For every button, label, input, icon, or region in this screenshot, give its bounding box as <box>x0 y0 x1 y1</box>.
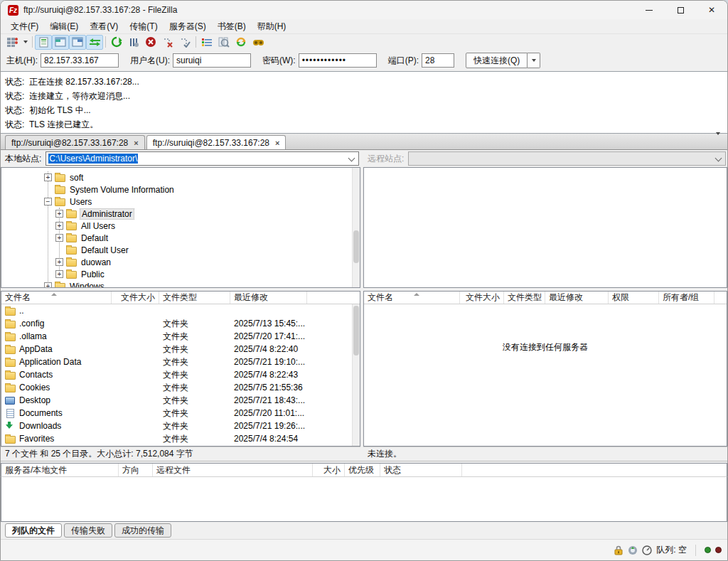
column-header-priority[interactable]: 优先级 <box>345 464 380 476</box>
column-header-status[interactable]: 状态 <box>380 464 462 476</box>
local-tree-scrollbar[interactable] <box>352 168 360 287</box>
file-row[interactable]: .config文件夹2025/7/13 15:45:... <box>1 317 360 330</box>
column-header-filesize[interactable]: 文件大小 <box>112 292 159 304</box>
column-header-server-local-file[interactable]: 服务器/本地文件 <box>1 464 119 476</box>
directory-filter-icon <box>201 37 213 47</box>
expander-plus-icon[interactable]: + <box>55 270 63 278</box>
expander-plus-icon[interactable]: + <box>55 258 63 266</box>
menu-transfer[interactable]: 传输(T) <box>124 19 163 34</box>
local-site-combo[interactable]: C:\Users\Administrator\ <box>46 151 359 166</box>
folder-icon <box>66 210 77 218</box>
toolbar-separator <box>105 36 106 48</box>
sort-ascending-icon <box>51 293 57 296</box>
file-row[interactable]: Application Data文件夹2025/7/21 19:10:... <box>1 356 360 368</box>
expander-minus-icon[interactable]: − <box>44 198 52 205</box>
tab-successful-transfers[interactable]: 成功的传输 <box>114 523 171 538</box>
column-header-owner-group[interactable]: 所有者/组 <box>659 292 714 304</box>
file-row-parent[interactable]: .. <box>1 304 360 317</box>
toggle-local-tree-button[interactable] <box>52 35 69 50</box>
scrollbar-thumb[interactable] <box>353 230 359 263</box>
tree-item-default[interactable]: +Default <box>1 232 360 244</box>
activity-gauge-icon[interactable] <box>642 545 652 555</box>
toolbar-separator <box>32 36 33 48</box>
column-header-filename[interactable]: 文件名 <box>1 292 112 304</box>
column-header-permissions[interactable]: 权限 <box>609 292 659 304</box>
tab-close-icon[interactable]: × <box>275 139 279 147</box>
tree-item-duowan[interactable]: +duowan <box>1 256 360 268</box>
file-type: 文件夹 <box>159 369 230 381</box>
toggle-message-log-button[interactable] <box>35 35 52 50</box>
remote-site-combo[interactable] <box>408 151 726 166</box>
refresh-button[interactable] <box>108 35 125 50</box>
username-input[interactable] <box>173 53 251 68</box>
tree-item-soft[interactable]: +soft <box>1 171 360 183</box>
menu-edit[interactable]: 编辑(E) <box>44 19 84 34</box>
tree-item-administrator[interactable]: +Administrator <box>1 208 360 220</box>
menu-help[interactable]: 帮助(H) <box>252 19 292 34</box>
reconnect-button[interactable] <box>176 35 193 50</box>
column-header-filesize[interactable]: 文件大小 <box>460 292 504 304</box>
tab-failed-transfers[interactable]: 传输失败 <box>64 523 112 538</box>
maximize-button[interactable] <box>665 1 696 19</box>
column-header-modified[interactable]: 最近修改 <box>230 292 307 304</box>
file-name: Contacts <box>19 370 53 380</box>
tree-item-system-volume-information[interactable]: System Volume Information <box>1 183 360 196</box>
toggle-remote-tree-button[interactable] <box>69 35 86 50</box>
expander-plus-icon[interactable]: + <box>55 234 63 242</box>
column-header-filetype[interactable]: 文件类型 <box>504 292 545 304</box>
file-row[interactable]: Cookies文件夹2025/7/5 21:55:36 <box>1 381 360 394</box>
menu-server[interactable]: 服务器(S) <box>164 19 212 34</box>
column-header-remote-file[interactable]: 远程文件 <box>153 464 313 476</box>
connection-tab-1[interactable]: ftp://suruiqi@82.157.33.167:28 × <box>5 135 145 149</box>
scrollbar-thumb[interactable] <box>353 306 359 356</box>
file-row[interactable]: Favorites文件夹2025/7/4 8:24:54 <box>1 432 360 445</box>
find-files-button[interactable] <box>250 35 267 50</box>
menu-bookmarks[interactable]: 书签(B) <box>212 19 252 34</box>
tree-item-all-users[interactable]: +All Users <box>1 220 360 232</box>
tab-list-dropdown[interactable] <box>716 135 720 148</box>
tab-close-icon[interactable]: × <box>134 139 138 147</box>
menu-view[interactable]: 查看(V) <box>84 19 124 34</box>
column-header-filename[interactable]: 文件名 <box>364 292 460 304</box>
site-manager-dropdown[interactable] <box>21 35 30 50</box>
tls-lock-icon[interactable] <box>614 545 623 555</box>
disconnect-button[interactable] <box>159 35 176 50</box>
close-button[interactable]: ✕ <box>696 1 727 19</box>
expander-plus-icon[interactable]: + <box>55 210 63 218</box>
password-input[interactable] <box>299 53 377 68</box>
expander-plus-icon[interactable]: + <box>55 222 63 230</box>
host-input[interactable] <box>41 53 119 68</box>
minimize-button[interactable] <box>633 1 665 19</box>
expander-plus-icon[interactable]: + <box>44 173 52 181</box>
port-input[interactable] <box>422 53 454 68</box>
connection-tab-2[interactable]: ftp://suruiqi@82.157.33.167:28 × <box>146 135 287 149</box>
quickconnect-dropdown[interactable] <box>528 53 540 68</box>
site-manager-button[interactable] <box>4 35 21 50</box>
tab-queued-files[interactable]: 列队的文件 <box>5 523 62 538</box>
column-header-size[interactable]: 大小 <box>313 464 345 476</box>
file-row[interactable]: Documents文件夹2025/7/20 11:01:... <box>1 407 360 420</box>
directory-compare-button[interactable] <box>215 35 232 50</box>
expander-plus-icon[interactable]: + <box>44 282 52 288</box>
column-header-modified[interactable]: 最近修改 <box>545 292 609 304</box>
speed-limits-icon[interactable] <box>628 545 638 555</box>
file-row[interactable]: .ollama文件夹2025/7/20 17:41:... <box>1 330 360 343</box>
cancel-button[interactable] <box>142 35 159 50</box>
menu-file[interactable]: 文件(F) <box>5 19 44 34</box>
tree-item-default-user[interactable]: Default User <box>1 244 360 256</box>
directory-filter-button[interactable] <box>198 35 215 50</box>
tree-item-users[interactable]: −Users <box>1 196 360 208</box>
synchronized-browsing-button[interactable] <box>232 35 250 50</box>
process-queue-button[interactable] <box>125 35 142 50</box>
tree-item-public[interactable]: +Public <box>1 268 360 280</box>
tree-item-windows[interactable]: +Windows <box>1 280 360 288</box>
quickconnect-button[interactable]: 快速连接(Q) <box>466 53 528 68</box>
file-row[interactable]: Downloads文件夹2025/7/21 19:26:... <box>1 420 360 432</box>
column-header-direction[interactable]: 方向 <box>119 464 153 476</box>
file-row[interactable]: AppData文件夹2025/7/4 8:22:40 <box>1 343 360 356</box>
file-row[interactable]: Contacts文件夹2025/7/4 8:22:43 <box>1 368 360 381</box>
file-row[interactable]: Desktop文件夹2025/7/21 18:43:... <box>1 394 360 407</box>
toggle-transfer-queue-button[interactable] <box>86 35 103 50</box>
local-list-scrollbar[interactable] <box>352 304 360 446</box>
column-header-filetype[interactable]: 文件类型 <box>159 292 230 304</box>
